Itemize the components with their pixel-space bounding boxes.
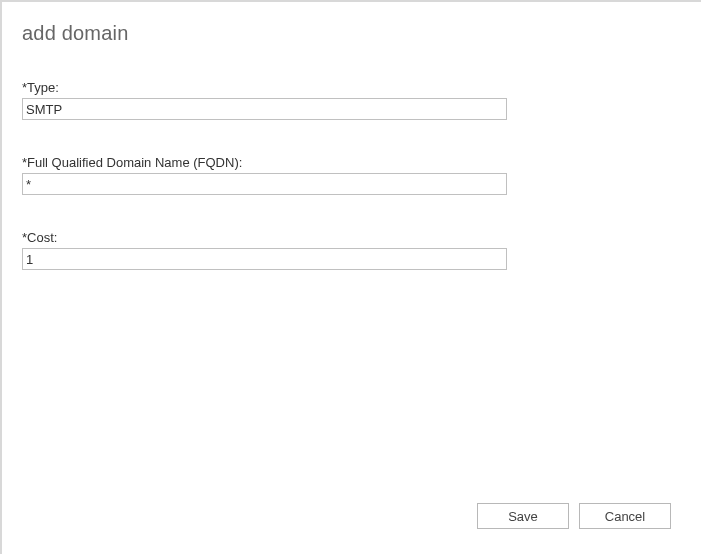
fqdn-label: *Full Qualified Domain Name (FQDN): — [22, 155, 681, 170]
type-input[interactable] — [22, 98, 507, 120]
cancel-button[interactable]: Cancel — [579, 503, 671, 529]
cost-field-group: *Cost: — [22, 230, 681, 270]
add-domain-panel: add domain *Type: *Full Qualified Domain… — [0, 0, 701, 554]
cost-label: *Cost: — [22, 230, 681, 245]
button-row: Save Cancel — [477, 503, 671, 529]
page-title: add domain — [22, 22, 681, 45]
fqdn-input[interactable] — [22, 173, 507, 195]
fqdn-field-group: *Full Qualified Domain Name (FQDN): — [22, 155, 681, 195]
save-button[interactable]: Save — [477, 503, 569, 529]
type-label: *Type: — [22, 80, 681, 95]
form-content: add domain *Type: *Full Qualified Domain… — [2, 2, 701, 270]
type-field-group: *Type: — [22, 80, 681, 120]
cost-input[interactable] — [22, 248, 507, 270]
